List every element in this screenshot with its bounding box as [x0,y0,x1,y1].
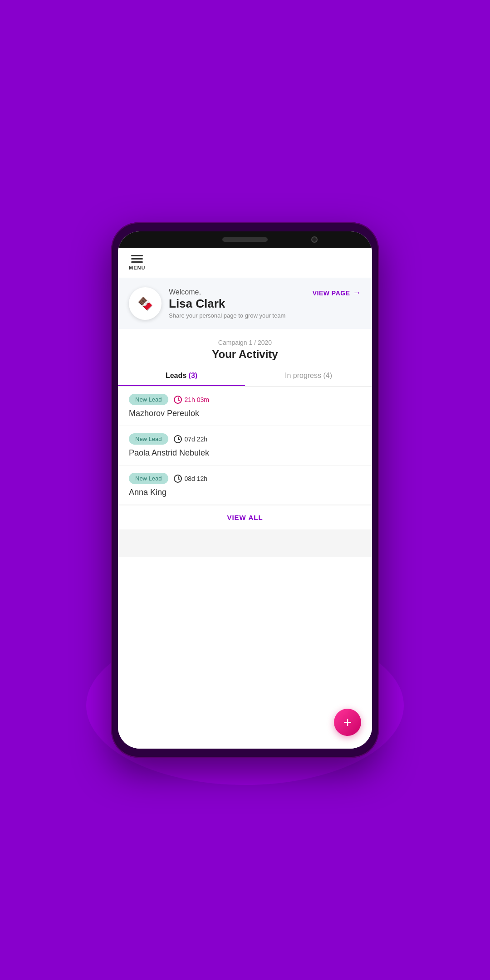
lead-item[interactable]: New Lead 07d 22h Paola Anstrid Nebulek [118,426,372,466]
tab-in-progress-count: (4) [323,372,332,379]
campaign-label: Campaign 1 / 2020 [129,339,361,346]
hamburger-icon [131,255,143,263]
camera [311,236,318,243]
lead-item[interactable]: New Lead 21h 03m Mazhorov Pereulok [118,387,372,426]
tab-leads-count: (3) [189,372,198,379]
phone-screen: MENU 🍫 Welcome, Lisa Clark VIEW PAGE [118,231,372,749]
menu-label: MENU [129,265,145,270]
welcome-banner: 🍫 Welcome, Lisa Clark VIEW PAGE → Share … [118,278,372,329]
bottom-content [118,529,372,557]
lead-time-value: 07d 22h [185,436,208,443]
lead-badge: New Lead [129,433,168,445]
lead-badge: New Lead [129,473,168,484]
view-page-button[interactable]: VIEW PAGE → [313,288,361,298]
fab-button[interactable]: + [334,709,361,736]
avatar: 🍫 [129,287,162,320]
lead-item[interactable]: New Lead 08d 12h Anna King [118,466,372,505]
clock-icon [174,396,182,404]
lead-name: Anna King [129,488,361,497]
phone-frame: MENU 🍫 Welcome, Lisa Clark VIEW PAGE [111,222,379,758]
welcome-text: Welcome, Lisa Clark VIEW PAGE → Share yo… [169,288,361,319]
lead-time: 07d 22h [174,435,208,443]
view-all-button[interactable]: VIEW ALL [118,505,372,529]
speaker [222,237,268,242]
screen: MENU 🍫 Welcome, Lisa Clark VIEW PAGE [118,248,372,749]
lead-time-value: 21h 03m [185,396,209,403]
phone-notch [118,231,372,248]
welcome-subtitle: Share your personal page to grow your te… [169,312,361,319]
lead-list: New Lead 21h 03m Mazhorov Pereulok New L… [118,387,372,749]
welcome-greeting: Welcome, [169,288,225,296]
view-page-label: VIEW PAGE [313,289,350,297]
lead-time: 21h 03m [174,396,209,404]
lead-name: Mazhorov Pereulok [129,409,361,418]
clock-icon [174,475,182,483]
arrow-icon: → [353,288,362,298]
tab-in-progress-label: In progress [285,372,323,379]
tab-leads-label: Leads [166,372,189,379]
activity-header: Campaign 1 / 2020 Your Activity [118,329,372,365]
lead-name: Paola Anstrid Nebulek [129,448,361,458]
activity-title: Your Activity [129,348,361,361]
menu-button[interactable]: MENU [129,255,145,270]
tab-in-progress[interactable]: In progress (4) [245,365,372,386]
lead-time: 08d 12h [174,475,208,483]
lead-time-value: 08d 12h [185,475,208,482]
tab-leads[interactable]: Leads (3) [118,365,245,386]
tabs: Leads (3) In progress (4) [118,365,372,387]
welcome-name: Lisa Clark [169,297,225,310]
lead-badge: New Lead [129,394,168,405]
clock-icon [174,435,182,443]
menu-bar: MENU [118,248,372,278]
